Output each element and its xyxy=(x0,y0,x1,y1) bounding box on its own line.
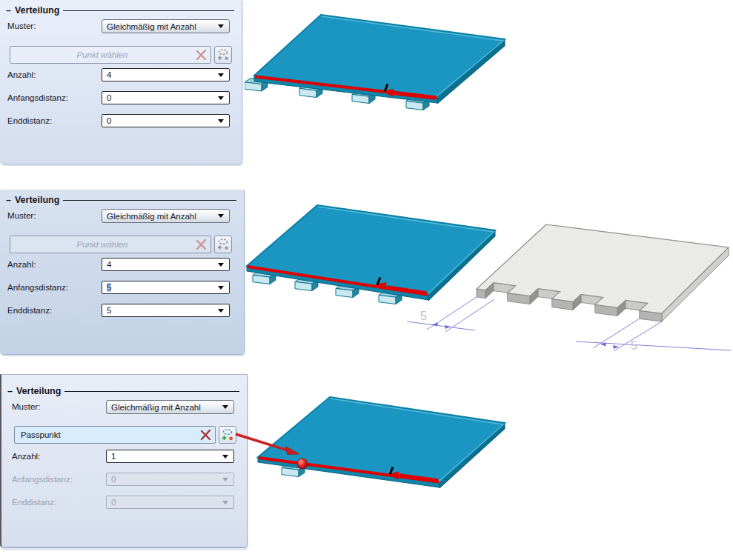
anfangsdistanz-dropdown[interactable]: 0 xyxy=(102,91,230,104)
dropdown-arrow-icon xyxy=(222,501,228,504)
muster-dropdown[interactable]: Gleichmäßig mit Anzahl xyxy=(102,19,230,33)
group-title: Verteilung xyxy=(15,5,59,16)
header-rule xyxy=(64,391,239,392)
clear-point-icon xyxy=(194,237,209,252)
muster-dropdown[interactable]: Gleichmäßig mit Anzahl xyxy=(106,400,234,414)
dimension-right: 5 xyxy=(576,319,731,352)
viewport-3d-row1[interactable] xyxy=(245,0,733,156)
anzahl-dropdown[interactable]: 1 xyxy=(106,450,234,463)
dropdown-arrow-icon xyxy=(218,309,224,313)
muster-dropdown[interactable]: Gleichmäßig mit Anzahl xyxy=(102,209,230,223)
point-select-button[interactable] xyxy=(219,426,236,444)
anzahl-label: Anzahl: xyxy=(7,260,36,269)
verteilung-panel-1: – Verteilung Muster: Gleichmäßig mit Anz… xyxy=(0,0,242,164)
dropdown-arrow-icon xyxy=(222,478,228,481)
collapse-indicator[interactable]: – xyxy=(6,195,11,205)
anfangsdistanz-label: Anfangsdistanz: xyxy=(7,283,68,292)
enddistanz-dropdown[interactable]: 5 xyxy=(102,304,230,317)
app-canvas: { "panels": [ { "title": "Verteilung", "… xyxy=(0,0,733,560)
point-cloud-icon xyxy=(216,238,230,251)
point-cloud-icon xyxy=(221,428,234,441)
direction-edge-arrow xyxy=(255,77,437,99)
direction-edge-arrow xyxy=(259,458,439,482)
dimension-label: 5 xyxy=(420,310,427,322)
plate-with-tabs xyxy=(258,397,505,488)
anzahl-label: Anzahl: xyxy=(7,70,36,79)
dropdown-arrow-icon xyxy=(218,96,224,100)
muster-label: Muster: xyxy=(12,402,40,411)
anfangsdistanz-label: Anfangsdistanz: xyxy=(12,475,73,484)
point-select-input[interactable]: Passpunkt xyxy=(14,426,216,444)
enddistanz-label: Enddistanz: xyxy=(7,306,52,315)
gray-target-plate xyxy=(477,224,729,321)
direction-edge-arrow xyxy=(248,267,428,295)
anzahl-dropdown[interactable]: 4 xyxy=(102,258,230,271)
point-select-button[interactable] xyxy=(214,236,232,253)
point-cloud-icon xyxy=(216,48,230,61)
verteilung-panel-2: – Verteilung Muster: Gleichmäßig mit Anz… xyxy=(0,190,245,355)
dropdown-arrow-icon xyxy=(218,214,224,218)
anfangsdistanz-dropdown: 0 xyxy=(106,473,234,486)
plate-with-tabs xyxy=(247,205,495,304)
group-header: – Verteilung xyxy=(6,195,236,205)
fit-point-marker xyxy=(297,459,308,469)
header-rule xyxy=(63,10,234,11)
collapse-indicator[interactable]: – xyxy=(7,386,13,396)
enddistanz-dropdown[interactable]: 0 xyxy=(102,114,230,127)
dropdown-arrow-icon xyxy=(222,455,228,459)
header-rule xyxy=(63,200,236,201)
dimension-label: 5 xyxy=(631,339,637,352)
dropdown-arrow-icon xyxy=(222,405,228,409)
clear-point-icon[interactable] xyxy=(199,427,213,442)
dropdown-arrow-icon xyxy=(218,73,224,77)
verteilung-panel-3: – Verteilung Muster: Gleichmäßig mit Anz… xyxy=(0,374,248,548)
point-select-input: Punkt wählen xyxy=(10,236,211,253)
group-header: – Verteilung xyxy=(7,386,239,396)
enddistanz-label: Enddistanz: xyxy=(12,498,56,507)
group-title: Verteilung xyxy=(16,386,61,396)
dropdown-arrow-icon xyxy=(218,24,224,28)
point-select-button[interactable] xyxy=(214,46,232,64)
clear-point-icon xyxy=(194,47,209,62)
group-header: – Verteilung xyxy=(6,5,234,16)
anfangsdistanz-label: Anfangsdistanz: xyxy=(7,93,68,102)
dimension-left: 5 xyxy=(407,297,494,332)
group-title: Verteilung xyxy=(15,195,59,205)
enddistanz-dropdown: 0 xyxy=(106,496,234,509)
viewport-3d-row3[interactable] xyxy=(230,370,733,541)
anfangsdistanz-dropdown[interactable]: 5 xyxy=(102,281,230,294)
muster-label: Muster: xyxy=(7,21,36,30)
dropdown-arrow-icon xyxy=(218,119,224,123)
muster-label: Muster: xyxy=(7,211,36,220)
point-select-input: Punkt wählen xyxy=(10,46,211,64)
viewport-3d-row2[interactable]: 5 5 xyxy=(245,185,733,363)
collapse-indicator[interactable]: – xyxy=(6,5,11,16)
anzahl-label: Anzahl: xyxy=(12,452,40,461)
enddistanz-label: Enddistanz: xyxy=(7,116,52,125)
dropdown-arrow-icon xyxy=(218,286,224,290)
dropdown-arrow-icon xyxy=(218,263,224,267)
plate-with-tabs xyxy=(245,15,505,110)
anzahl-dropdown[interactable]: 4 xyxy=(102,68,230,81)
